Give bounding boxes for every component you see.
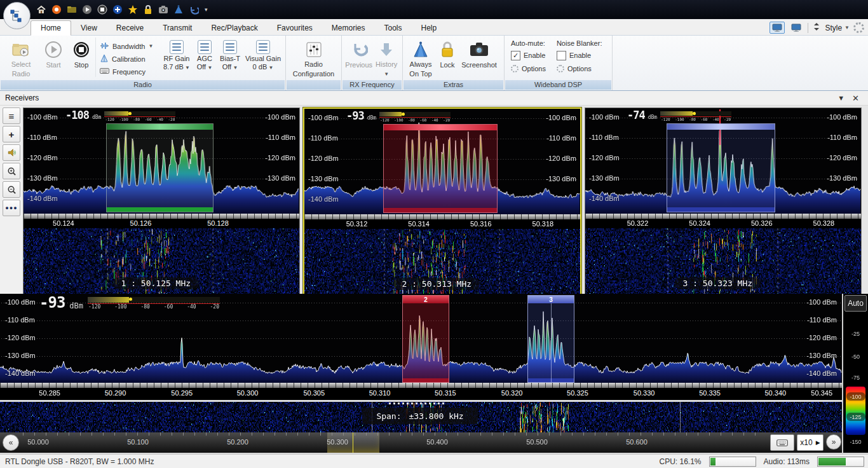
- enter-frequency-button[interactable]: [770, 434, 794, 451]
- radio-configuration-button[interactable]: RadioConfiguration: [288, 38, 339, 78]
- select-radio-button[interactable]: SelectRadio: [3, 38, 39, 78]
- receiver-1-spectrum[interactable]: -100 dBm -110 dBm -120 dBm -130 dBm -140…: [24, 108, 299, 214]
- history-button[interactable]: History ▼: [373, 38, 400, 78]
- navigate-down-button[interactable]: «: [3, 434, 19, 451]
- receiver-3-marker[interactable]: 3: [527, 295, 574, 383]
- quick-access-more-icon[interactable]: ▾: [205, 6, 208, 13]
- ribbon-group-extras: AlwaysOn Top Lock Screenshot Extras: [403, 36, 505, 90]
- sliders-icon: [306, 39, 322, 59]
- help-icon[interactable]: [51, 4, 62, 15]
- play-icon[interactable]: [81, 4, 92, 15]
- application-button[interactable]: [3, 2, 31, 29]
- zoom-out-button[interactable]: [3, 181, 20, 198]
- zoom-step-button[interactable]: x10▶: [797, 434, 824, 451]
- frequency-button[interactable]: Frequency: [100, 66, 161, 77]
- calibration-button[interactable]: Calibration: [100, 53, 161, 64]
- tab-home[interactable]: Home: [31, 20, 71, 36]
- colour-scale-slider[interactable]: -100 -125: [846, 387, 865, 435]
- tab-view[interactable]: View: [71, 21, 107, 35]
- tab-receive[interactable]: Receive: [107, 21, 153, 35]
- panel-close-icon[interactable]: ✕: [848, 93, 863, 103]
- rf-gain-button[interactable]: RF Gain 8.7 dB ▼: [161, 38, 193, 71]
- receiver-1-passband[interactable]: [106, 123, 214, 212]
- receiver-3-waterfall[interactable]: 3 : 50.323 MHz: [585, 228, 861, 294]
- lock-button[interactable]: Lock: [436, 38, 459, 78]
- receiver-1-waterfall[interactable]: 1 : 50.125 MHz: [24, 228, 299, 294]
- settings-gear-icon[interactable]: [853, 22, 864, 33]
- waterfall-colour-scale: Auto -25 -50 -75 -100 -125 -150: [842, 294, 868, 453]
- group-label-rx-frequency: RX Frequency: [342, 80, 402, 90]
- receiver-panel-2[interactable]: -100 dBm -110 dBm -120 dBm -130 dBm -140…: [303, 107, 581, 296]
- zoom-in-button[interactable]: [3, 163, 20, 179]
- previous-button[interactable]: Previous: [344, 38, 373, 78]
- noise-blanker-options-button[interactable]: Options: [557, 64, 602, 74]
- bias-t-button[interactable]: Bias-T Off ▼: [217, 38, 243, 71]
- monitor-2-icon[interactable]: [789, 22, 804, 34]
- lock-icon[interactable]: [142, 4, 153, 15]
- wideband-waterfall[interactable]: Span: ±33.800 kHz: [0, 402, 842, 432]
- ribbon: SelectRadio Start Stop Bandwidth▼ Calibr…: [0, 36, 868, 91]
- wideband-spectrum[interactable]: -100 dBm -110 dBm -120 dBm -130 dBm -140…: [0, 294, 842, 383]
- tab-memories[interactable]: Memories: [322, 21, 375, 35]
- auto-scale-button[interactable]: Auto: [844, 295, 867, 312]
- nav-freq-label: 50.000: [27, 438, 49, 446]
- style-dropdown[interactable]: Style▼: [825, 24, 850, 32]
- auto-mute-options-button[interactable]: Options: [511, 64, 546, 74]
- collapse-ribbon-icon[interactable]: [812, 22, 821, 34]
- home-icon[interactable]: [36, 4, 46, 15]
- navigator-ticks: [23, 432, 764, 436]
- always-on-top-icon[interactable]: [173, 4, 184, 15]
- navigate-up-button[interactable]: »: [826, 434, 841, 450]
- receivers-menu-button[interactable]: ≡: [3, 107, 20, 124]
- calibration-icon: [100, 54, 109, 64]
- screenshot-button[interactable]: Screenshot: [459, 38, 499, 78]
- audio-mute-button[interactable]: [3, 144, 20, 161]
- receiver-2-waterfall[interactable]: 2 : 50.313 MHz: [304, 229, 580, 295]
- tab-tools[interactable]: Tools: [375, 21, 412, 35]
- tab-help[interactable]: Help: [412, 21, 447, 35]
- tab-rec-playback[interactable]: Rec/Playback: [201, 21, 267, 35]
- stop-icon[interactable]: [97, 4, 107, 15]
- bandwidth-button[interactable]: Bandwidth▼: [100, 41, 161, 52]
- nav-freq-label: 50.600: [626, 438, 648, 446]
- frequency-tick-strip[interactable]: [24, 214, 299, 219]
- panel-collapse-icon[interactable]: ▼: [834, 94, 848, 102]
- receiver-2-frequency-badge: 2 : 50.313 MHz: [394, 278, 480, 290]
- visual-gain-button[interactable]: Visual Gain 0 dB ▼: [243, 38, 283, 71]
- monitor-1-icon[interactable]: [770, 22, 785, 34]
- stop-button[interactable]: Stop: [67, 38, 95, 78]
- tab-favourites[interactable]: Favourites: [268, 21, 322, 35]
- open-folder-icon[interactable]: [66, 4, 77, 15]
- auto-mute-enable-checkbox[interactable]: ✓ Enable: [511, 50, 546, 60]
- receiver-3-passband[interactable]: [667, 123, 775, 212]
- undo-icon[interactable]: [188, 4, 199, 15]
- frequency-tick-strip[interactable]: [304, 214, 580, 219]
- marker-number: 2: [424, 296, 428, 303]
- add-receiver-button[interactable]: +: [3, 126, 20, 142]
- screenshot-icon[interactable]: [158, 4, 168, 15]
- more-options-button[interactable]: ●●●: [3, 200, 20, 216]
- always-on-top-button[interactable]: AlwaysOn Top: [405, 38, 436, 78]
- band-navigator[interactable]: 50.000 50.100 50.200 50.300 50.400 50.50…: [0, 432, 842, 453]
- tab-transmit[interactable]: Transmit: [153, 21, 201, 35]
- nav-freq-label: 50.400: [426, 438, 448, 446]
- frequency-labels: 50.124 50.126 50.128: [24, 219, 299, 228]
- add-icon[interactable]: [112, 4, 123, 15]
- noise-blanker-enable-checkbox[interactable]: Enable: [557, 50, 602, 60]
- receiver-panel-1[interactable]: -100 dBm -110 dBm -120 dBm -130 dBm -140…: [23, 107, 300, 295]
- receiver-2-passband[interactable]: [383, 124, 498, 213]
- nav-freq-label: 50.200: [227, 438, 248, 446]
- favourite-icon[interactable]: [127, 4, 138, 15]
- undo-arrow-icon: [350, 39, 368, 60]
- receiver-2-marker[interactable]: 2: [402, 295, 449, 383]
- agc-button[interactable]: AGC Off ▼: [193, 38, 217, 71]
- receiver-3-spectrum[interactable]: -100 dBm -110 dBm -120 dBm -130 dBm -140…: [585, 108, 861, 214]
- list-icon: [198, 40, 212, 54]
- scale-badge: -100: [846, 392, 865, 401]
- start-button[interactable]: Start: [39, 38, 67, 78]
- frequency-tick-strip[interactable]: [585, 214, 861, 219]
- receiver-panel-3[interactable]: -100 dBm -110 dBm -120 dBm -130 dBm -140…: [585, 107, 862, 295]
- wideband-tick-strip[interactable]: [0, 383, 842, 388]
- receiver-2-spectrum[interactable]: -100 dBm -110 dBm -120 dBm -130 dBm -140…: [304, 109, 580, 214]
- checkbox-checked-icon: ✓: [511, 51, 520, 60]
